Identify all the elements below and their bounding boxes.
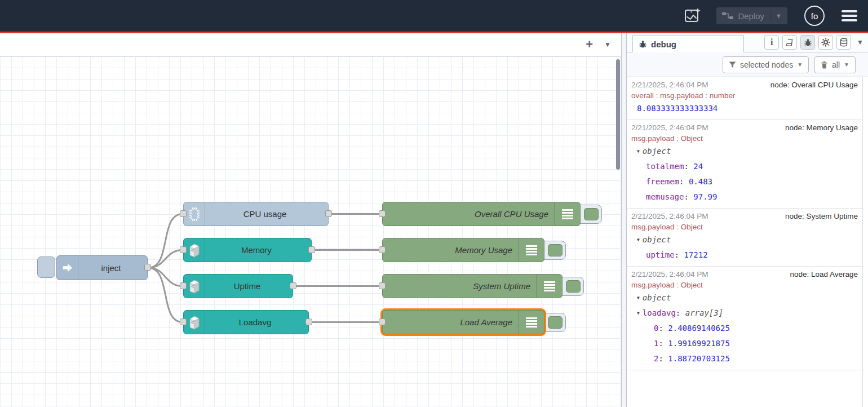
- wire-inject-to-memory[interactable]: [148, 250, 183, 268]
- tab-debug[interactable]: debug: [632, 35, 744, 52]
- node-label: Memory Usage: [387, 238, 512, 262]
- deploy-options-caret-icon[interactable]: ▼: [776, 12, 782, 19]
- debug-row: 1: 1.99169921875: [631, 336, 858, 351]
- debug-timestamp: 2/21/2025, 2:46:04 PM: [631, 79, 708, 90]
- clear-caret-icon: ▼: [844, 61, 849, 68]
- debug-value: 24: [693, 159, 703, 174]
- input-port[interactable]: [180, 210, 187, 217]
- flow-node-memory-usage[interactable]: Memory Usage: [382, 238, 544, 262]
- user-avatar[interactable]: fo: [804, 6, 825, 26]
- flow-tabbar: + ▼: [0, 33, 621, 56]
- debug-message-header: 2/21/2025, 2:46:04 PMnode: Memory Usage: [631, 122, 858, 133]
- output-port[interactable]: [305, 318, 312, 325]
- flow-workspace[interactable]: inject CPU usage: [0, 56, 621, 407]
- debug-list-icon: [518, 238, 544, 262]
- input-port[interactable]: [379, 282, 386, 289]
- flow-node-uptime[interactable]: Uptime: [183, 274, 293, 298]
- input-port[interactable]: [379, 246, 386, 253]
- debug-type: object: [643, 232, 671, 247]
- input-port[interactable]: [180, 282, 187, 289]
- node-label: CPU usage: [206, 202, 324, 225]
- debug-colon: :: [658, 321, 668, 336]
- node-label: inject: [79, 256, 143, 280]
- node-label: Load Average: [387, 311, 512, 334]
- debug-message[interactable]: 2/21/2025, 2:46:04 PMnode: Overall CPU U…: [627, 77, 862, 120]
- ai-assistant-icon[interactable]: [684, 7, 702, 25]
- collapse-caret-icon[interactable]: ▼: [637, 306, 640, 321]
- debug-row: ▼loadavg: array[3]: [631, 306, 858, 321]
- debug-key: totalmem: [646, 159, 684, 174]
- collapse-caret-icon[interactable]: ▼: [637, 290, 640, 306]
- debug-colon: :: [658, 336, 668, 351]
- debug-clear-label: all: [832, 60, 840, 69]
- filter-caret-icon: ▼: [797, 61, 803, 68]
- flow-node-loadavg[interactable]: Loadavg: [183, 310, 309, 334]
- flow-node-load-average[interactable]: Load Average: [382, 310, 544, 334]
- output-port[interactable]: [290, 282, 296, 289]
- inject-trigger-button[interactable]: [37, 256, 55, 278]
- debug-key: freemem: [646, 174, 679, 189]
- debug-row: ▼object: [631, 232, 858, 247]
- add-flow-button[interactable]: +: [586, 38, 593, 51]
- debug-value: 97.99: [693, 189, 717, 205]
- flow-node-cpu-usage[interactable]: CPU usage: [183, 202, 329, 226]
- sidebar-tabstrip: debug i: [627, 33, 868, 52]
- debug-message-header: 2/21/2025, 2:46:04 PMnode: Load Average: [631, 269, 858, 280]
- deploy-label: Deploy: [738, 11, 764, 21]
- output-port[interactable]: [144, 264, 151, 271]
- node-label: Memory: [206, 238, 307, 262]
- debug-source-node: node: Load Average: [790, 269, 858, 280]
- debug-scroll-gutter[interactable]: [863, 77, 868, 407]
- tab-info-icon[interactable]: i: [764, 35, 779, 50]
- node-label: Loadavg: [206, 311, 304, 334]
- debug-clear-button[interactable]: all ▼: [814, 56, 856, 73]
- trash-icon: [821, 61, 828, 69]
- tab-help-icon[interactable]: [782, 35, 797, 50]
- debug-row: freemem: 0.483: [631, 174, 858, 189]
- sidebar-splitter[interactable]: [621, 33, 627, 407]
- tab-context-data-icon[interactable]: [836, 35, 851, 50]
- debug-row: 2: 1.88720703125: [631, 351, 858, 366]
- output-port[interactable]: [325, 210, 332, 217]
- flow-node-system-uptime[interactable]: System Uptime: [382, 274, 563, 298]
- input-port[interactable]: [379, 318, 386, 325]
- debug-list-icon: [554, 202, 580, 225]
- flow-node-memory[interactable]: Memory: [183, 238, 312, 262]
- debug-key: memusage: [646, 189, 684, 205]
- debug-message[interactable]: 2/21/2025, 2:46:04 PMnode: Load Averagem…: [627, 267, 862, 370]
- collapse-caret-icon[interactable]: ▼: [637, 144, 640, 159]
- debug-message[interactable]: 2/21/2025, 2:46:04 PMnode: System Uptime…: [627, 209, 862, 267]
- debug-message-header: 2/21/2025, 2:46:04 PMnode: Overall CPU U…: [631, 79, 858, 90]
- debug-colon: :: [684, 189, 693, 205]
- sidebar: debug i: [627, 33, 868, 407]
- debug-value: 2.40869140625: [668, 321, 730, 336]
- debug-colon: :: [658, 351, 668, 366]
- debug-row: ▼object: [631, 290, 858, 306]
- flow-node-overall-cpu-usage[interactable]: Overall CPU Usage: [382, 202, 581, 226]
- main-menu-icon[interactable]: [842, 10, 857, 21]
- debug-type: object: [643, 144, 671, 159]
- debug-message[interactable]: 2/21/2025, 2:46:04 PMnode: Memory Usagem…: [627, 120, 862, 209]
- debug-source-node: node: Memory Usage: [785, 122, 858, 133]
- collapse-caret-icon[interactable]: ▼: [637, 232, 640, 247]
- debug-message-header: 2/21/2025, 2:46:04 PMnode: System Uptime: [631, 211, 858, 222]
- debug-list-icon: [536, 275, 562, 298]
- debug-value: 8.083333333333334: [637, 101, 718, 116]
- debug-value: 1.88720703125: [668, 351, 730, 366]
- sidebar-tab-overflow-caret-icon[interactable]: ▼: [857, 38, 863, 46]
- output-port[interactable]: [308, 246, 315, 253]
- tab-config-gear-icon[interactable]: [818, 35, 833, 50]
- flow-list-caret-icon[interactable]: ▼: [604, 41, 611, 48]
- flow-node-inject[interactable]: inject: [56, 255, 148, 280]
- cpu-chip-icon: [184, 202, 205, 225]
- debug-filter-button[interactable]: selected nodes ▼: [723, 56, 809, 73]
- tab-debug-icon[interactable]: [800, 35, 815, 50]
- input-port[interactable]: [180, 246, 187, 253]
- input-port[interactable]: [180, 318, 187, 325]
- debug-colon: :: [675, 247, 684, 263]
- input-port[interactable]: [379, 210, 386, 217]
- debug-colon: :: [676, 306, 685, 321]
- deploy-button[interactable]: Deploy ▼: [716, 7, 787, 24]
- wire-inject-to-uptime[interactable]: [148, 268, 183, 286]
- debug-row: 8.083333333333334: [631, 101, 858, 116]
